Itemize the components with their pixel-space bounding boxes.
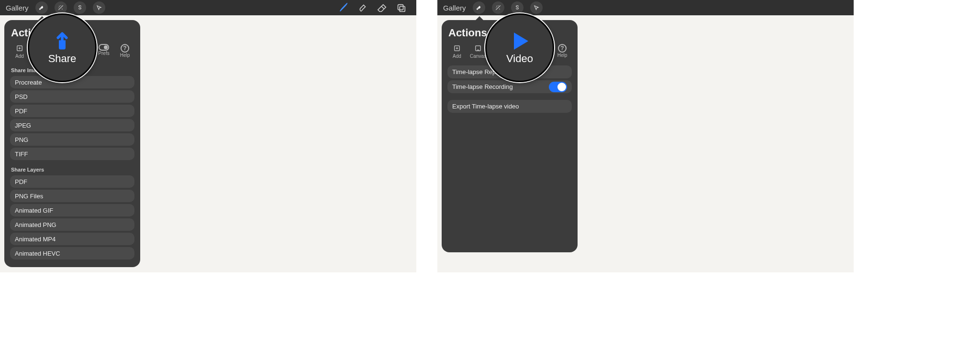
share-item-png[interactable]: PNG — [10, 133, 134, 146]
wrench-icon[interactable] — [473, 1, 485, 14]
video-recording-label: Time-lapse Recording — [452, 83, 513, 90]
gallery-link[interactable]: Gallery — [6, 4, 29, 12]
video-export[interactable]: Export Time-lapse video — [447, 100, 572, 113]
tab-prefs-label: Prefs — [98, 51, 109, 56]
wand-icon[interactable] — [55, 1, 67, 14]
svg-rect-0 — [398, 5, 403, 10]
selection-s-icon[interactable] — [511, 1, 523, 14]
share-layers-mp4[interactable]: Animated MP4 — [10, 233, 134, 245]
share-layers-gif[interactable]: Animated GIF — [10, 204, 134, 216]
selection-s-icon[interactable] — [74, 1, 86, 14]
share-icon — [52, 31, 73, 52]
smudge-icon[interactable] — [353, 0, 372, 15]
layers-icon[interactable] — [391, 0, 411, 15]
callout-share: Share — [28, 13, 97, 82]
cursor-icon[interactable] — [93, 1, 105, 14]
share-layers-pdf[interactable]: PDF — [10, 175, 134, 188]
share-item-pdf[interactable]: PDF — [10, 105, 134, 117]
callout-share-label: Share — [48, 53, 77, 65]
share-layers-hevc[interactable]: Animated HEVC — [10, 247, 134, 259]
tab-add[interactable]: Add — [9, 44, 30, 59]
share-item-jpeg[interactable]: JPEG — [10, 119, 134, 131]
gallery-link[interactable]: Gallery — [443, 4, 466, 12]
wrench-icon[interactable] — [35, 1, 48, 14]
eraser-icon[interactable] — [372, 0, 391, 15]
tab-help[interactable]: ? Help — [114, 44, 135, 59]
blank-fill — [854, 0, 980, 356]
tab-canvas-label: Canvas — [470, 54, 486, 59]
svg-rect-1 — [400, 6, 405, 11]
share-item-tiff[interactable]: TIFF — [10, 148, 134, 160]
tab-add-label: Add — [453, 54, 461, 59]
right-tool-cluster — [334, 0, 411, 15]
share-layers-header: Share Layers — [11, 167, 134, 173]
share-layers-png-files[interactable]: PNG Files — [10, 190, 134, 202]
share-item-psd[interactable]: PSD — [10, 90, 134, 103]
help-icon: ? — [558, 44, 567, 53]
tab-add[interactable]: Add — [446, 44, 468, 59]
video-recording-row[interactable]: Time-lapse Recording — [447, 80, 572, 93]
screenshot-right: Gallery Actions Add Canvas — [437, 0, 854, 272]
pane-gap — [416, 0, 437, 272]
recording-toggle[interactable] — [549, 82, 567, 92]
play-icon — [509, 31, 530, 52]
brush-icon[interactable] — [334, 0, 353, 15]
help-icon: ? — [121, 44, 129, 53]
tab-help-label: Help — [557, 53, 568, 58]
tab-help-label: Help — [120, 53, 130, 58]
top-toolbar: Gallery — [437, 0, 854, 15]
callout-video: Video — [485, 13, 554, 82]
tab-help[interactable]: ? Help — [552, 44, 573, 59]
share-layers-animated-png[interactable]: Animated PNG — [10, 218, 134, 231]
screenshot-left: Gallery Ac — [0, 0, 416, 272]
cursor-icon[interactable] — [530, 1, 543, 14]
tab-add-label: Add — [15, 54, 24, 59]
callout-video-label: Video — [506, 53, 533, 65]
wand-icon[interactable] — [492, 1, 504, 14]
prefs-icon — [99, 44, 109, 51]
